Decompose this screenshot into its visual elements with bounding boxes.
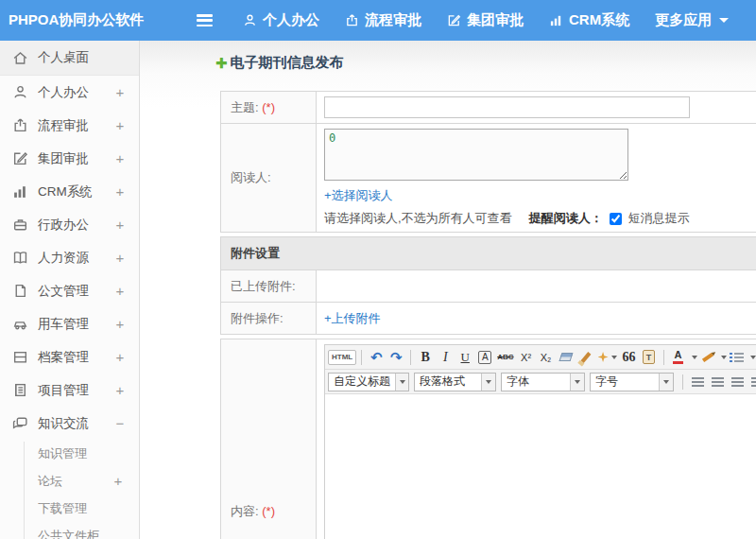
sidebar-item-personal-office[interactable]: 个人办公 + [0, 76, 139, 109]
uploaded-attachments-row: 已上传附件: [221, 270, 756, 303]
sidebar-item-knowledge-exchange[interactable]: 知识交流 − [0, 407, 139, 440]
uploaded-attachments-value [317, 270, 756, 303]
bold-button[interactable]: B [416, 348, 435, 367]
person-icon [12, 84, 28, 100]
menu-toggle-icon[interactable] [197, 14, 213, 26]
sidebar-item-admin-office[interactable]: 行政办公 + [0, 208, 139, 241]
chevron-down-icon[interactable] [750, 356, 756, 359]
content-row: 内容: (*) HTML ↶ ↷ B I [221, 339, 756, 539]
collapse-minus-icon[interactable]: − [114, 415, 126, 431]
chevron-down-icon[interactable] [721, 356, 727, 359]
italic-button[interactable]: I [436, 348, 455, 367]
expand-plus-icon[interactable]: + [114, 316, 126, 332]
sidebar-subgroup-knowledge: 知识管理 论坛 + 下载管理 公共文件柜 [0, 440, 139, 539]
expand-plus-icon[interactable]: + [114, 217, 126, 233]
sidebar-item-crm-system[interactable]: CRM系统 + [0, 175, 139, 208]
align-justify-icon[interactable] [747, 373, 756, 391]
sidebar-subitem-knowledge-management[interactable]: 知识管理 [0, 440, 139, 467]
paste-text-icon[interactable]: T [643, 350, 655, 364]
paragraph-format-select[interactable]: 段落格式 [414, 373, 496, 391]
sidebar-item-label: CRM系统 [38, 183, 114, 200]
topnav-crm-system[interactable]: CRM系统 [549, 11, 629, 29]
topnav-more-apps[interactable]: 更多应用 [655, 11, 729, 29]
select-dropdown-button[interactable] [481, 374, 495, 391]
html-source-button[interactable]: HTML [328, 350, 356, 365]
content-table: 内容: (*) HTML ↶ ↷ B I [220, 339, 756, 539]
align-right-icon[interactable] [728, 373, 747, 391]
expand-plus-icon[interactable]: + [114, 283, 126, 299]
sidebar-subitem-forum[interactable]: 论坛 + [0, 467, 139, 495]
sidebar-item-label: 用车管理 [38, 316, 114, 333]
readers-textarea[interactable]: 0 [324, 129, 628, 181]
underline-button[interactable]: U [455, 348, 474, 367]
sidebar-item-project-management[interactable]: 项目管理 + [0, 374, 139, 407]
upload-attachment-link[interactable]: +上传附件 [324, 311, 381, 325]
expand-plus-icon[interactable]: + [114, 150, 126, 166]
edit-square-icon [12, 150, 28, 166]
chevron-down-icon[interactable] [692, 356, 697, 359]
publish-form-table: 主题: (*) 阅读人: 0 +选择阅读人 请选择阅读人,不选为所有 [220, 91, 756, 233]
sidebar-item-workflow-approval[interactable]: 流程审批 + [0, 109, 139, 142]
align-left-icon[interactable] [688, 373, 707, 391]
char-border-button[interactable]: A [478, 351, 491, 364]
sms-reminder-label: 短消息提示 [628, 210, 690, 227]
select-dropdown-button[interactable] [659, 374, 673, 391]
sidebar-item-group-approval[interactable]: 集团审批 + [0, 142, 139, 175]
sidebar-item-label: 人力资源 [38, 250, 114, 267]
font-family-select[interactable]: 字体 [501, 373, 585, 391]
font-size-select[interactable]: 字号 [590, 373, 674, 391]
custom-title-select[interactable]: 自定义标题 [328, 373, 409, 391]
editor-content-area[interactable] [325, 394, 756, 539]
subscript-button[interactable]: X₂ [537, 348, 556, 367]
page-title: ✚ 电子期刊信息发布 [215, 54, 756, 72]
topnav-group-approval[interactable]: 集团审批 [447, 11, 524, 29]
notebook-icon [12, 382, 28, 398]
sms-reminder-checkbox[interactable] [610, 213, 622, 225]
sidebar-item-label: 个人桌面 [38, 49, 114, 66]
eraser-icon[interactable] [557, 348, 576, 367]
subject-input[interactable] [324, 96, 690, 118]
sidebar-item-archive-management[interactable]: 档案管理 + [0, 340, 139, 374]
select-readers-link[interactable]: +选择阅读人 [324, 188, 393, 202]
archive-box-icon [12, 349, 28, 365]
undo-icon[interactable]: ↶ [367, 348, 386, 367]
attachment-table: 附件设置 已上传附件: 附件操作: +上传附件 [220, 236, 756, 335]
auto-typeset-icon[interactable] [596, 348, 619, 367]
expand-plus-icon[interactable]: + [114, 250, 126, 266]
expand-plus-icon[interactable]: + [114, 183, 126, 200]
green-plus-icon: ✚ [215, 55, 228, 72]
sidebar-subitem-public-file-cabinet[interactable]: 公共文件柜 [0, 522, 139, 539]
bar-chart-icon [549, 13, 563, 27]
sidebar-item-vehicle-management[interactable]: 用车管理 + [0, 307, 139, 340]
content-value-cell: HTML ↶ ↷ B I U A ABC X² X₂ [317, 339, 756, 539]
subject-row: 主题: (*) [221, 92, 756, 124]
ordered-list-icon[interactable] [728, 348, 747, 367]
redo-icon[interactable]: ↷ [387, 348, 405, 367]
page-title-text: 电子期刊信息发布 [231, 54, 344, 72]
sidebar-subitem-label: 论坛 [38, 473, 112, 490]
expand-plus-icon[interactable]: + [114, 349, 126, 365]
sidebar-subitem-download-management[interactable]: 下载管理 [0, 495, 139, 522]
sidebar-item-human-resources[interactable]: 人力资源 + [0, 241, 139, 274]
topnav-personal-office[interactable]: 个人办公 [243, 11, 319, 29]
expand-plus-icon[interactable]: + [114, 382, 126, 398]
sidebar-item-personal-desktop[interactable]: 个人桌面 [0, 41, 139, 76]
expand-plus-icon[interactable]: + [114, 117, 126, 133]
font-color-button[interactable]: A [669, 348, 688, 367]
format-brush-icon[interactable] [576, 348, 595, 367]
sidebar-item-label: 档案管理 [38, 349, 114, 366]
top-navigation: 个人办公 流程审批 集团审批 CRM系统 更多应用 [243, 11, 729, 29]
highlight-pen-icon[interactable] [698, 348, 717, 367]
expand-plus-icon[interactable]: + [112, 473, 124, 489]
select-dropdown-button[interactable] [395, 374, 408, 391]
align-center-icon[interactable] [708, 373, 727, 391]
blockquote-button[interactable]: 66 [620, 348, 639, 367]
attachment-ops-label: 附件操作: [231, 311, 284, 325]
sidebar-item-document-management[interactable]: 公文管理 + [0, 274, 139, 307]
superscript-button[interactable]: X² [517, 348, 536, 367]
expand-plus-icon[interactable]: + [114, 84, 126, 100]
topnav-workflow-approval[interactable]: 流程审批 [345, 11, 421, 29]
readers-label-cell: 阅读人: [221, 124, 317, 233]
select-dropdown-button[interactable] [570, 374, 584, 391]
strikethrough-button[interactable]: ABC [495, 348, 515, 367]
